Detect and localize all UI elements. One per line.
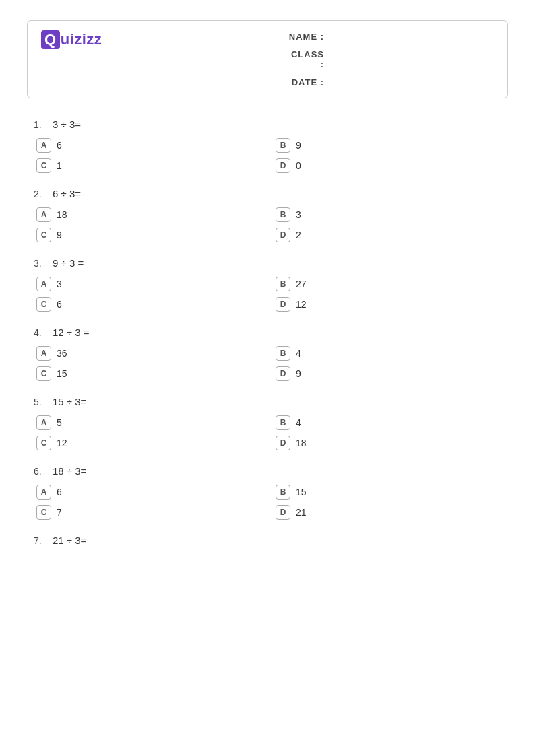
option-value-6-a: 6 xyxy=(57,487,62,497)
option-value-3-b: 27 xyxy=(296,279,307,289)
option-value-2-b: 3 xyxy=(296,209,301,220)
question-block-2: 2.6 ÷ 3=A18B3C9D2 xyxy=(27,188,508,242)
question-number-row-2: 2.6 ÷ 3= xyxy=(34,188,508,199)
question-text-7: 21 ÷ 3= xyxy=(53,535,86,546)
question-number-5: 5. xyxy=(34,397,47,407)
question-number-row-1: 1.3 ÷ 3= xyxy=(34,118,508,130)
option-4-a[interactable]: A36 xyxy=(36,346,269,361)
option-value-2-c: 9 xyxy=(57,230,62,240)
option-6-a[interactable]: A6 xyxy=(36,485,269,500)
question-block-5: 5.15 ÷ 3=A5B4C12D18 xyxy=(27,396,508,450)
field-row-class-field: CLASS : xyxy=(285,49,494,69)
option-value-3-d: 12 xyxy=(296,299,307,310)
option-value-6-d: 21 xyxy=(296,507,307,518)
question-block-3: 3.9 ÷ 3 =A3B27C6D12 xyxy=(27,257,508,312)
option-4-b[interactable]: B4 xyxy=(276,346,508,361)
option-value-4-a: 36 xyxy=(57,348,67,359)
question-block-6: 6.18 ÷ 3=A6B15C7D21 xyxy=(27,465,508,520)
option-2-a[interactable]: A18 xyxy=(36,207,269,222)
option-value-3-c: 6 xyxy=(57,299,62,310)
option-4-d[interactable]: D9 xyxy=(276,366,508,381)
option-letter-c: C xyxy=(36,228,51,242)
option-letter-d: D xyxy=(276,505,290,520)
option-3-d[interactable]: D12 xyxy=(276,297,508,312)
option-letter-a: A xyxy=(36,485,51,500)
question-number-2: 2. xyxy=(34,188,47,199)
option-5-d[interactable]: D18 xyxy=(276,436,508,450)
option-value-3-a: 3 xyxy=(57,279,62,289)
option-letter-a: A xyxy=(36,415,51,430)
option-2-c[interactable]: C9 xyxy=(36,228,269,242)
option-letter-a: A xyxy=(36,138,51,153)
option-value-2-a: 18 xyxy=(57,209,67,220)
option-value-5-d: 18 xyxy=(296,438,307,448)
option-letter-b: B xyxy=(276,415,290,430)
option-3-a[interactable]: A3 xyxy=(36,277,269,291)
field-label-date-field: DATE : xyxy=(285,77,324,88)
option-value-5-a: 5 xyxy=(57,417,62,428)
question-text-4: 12 ÷ 3 = xyxy=(53,327,90,338)
question-number-row-7: 7.21 ÷ 3= xyxy=(34,535,508,546)
question-number-4: 4. xyxy=(34,327,47,338)
header-left: Quizizz xyxy=(41,30,102,63)
option-letter-b: B xyxy=(276,138,290,153)
options-grid-5: A5B4C12D18 xyxy=(27,415,508,450)
option-value-4-c: 15 xyxy=(57,368,67,379)
options-grid-3: A3B27C6D12 xyxy=(27,277,508,312)
option-6-c[interactable]: C7 xyxy=(36,505,269,520)
option-letter-d: D xyxy=(276,158,290,173)
option-5-c[interactable]: C12 xyxy=(36,436,269,450)
question-number-row-4: 4.12 ÷ 3 = xyxy=(34,327,508,338)
question-text-6: 18 ÷ 3= xyxy=(53,465,86,477)
options-grid-6: A6B15C7D21 xyxy=(27,485,508,520)
question-text-5: 15 ÷ 3= xyxy=(53,396,86,407)
option-3-b[interactable]: B27 xyxy=(276,277,508,291)
option-1-a[interactable]: A6 xyxy=(36,138,269,153)
option-2-d[interactable]: D2 xyxy=(276,228,508,242)
option-1-c[interactable]: C1 xyxy=(36,158,269,173)
header-right: NAME :CLASS :DATE : xyxy=(285,30,494,88)
field-label-name-field: NAME : xyxy=(285,32,324,42)
option-1-d[interactable]: D0 xyxy=(276,158,508,173)
option-letter-b: B xyxy=(276,485,290,500)
question-number-row-3: 3.9 ÷ 3 = xyxy=(34,257,508,269)
option-letter-d: D xyxy=(276,366,290,381)
class-field[interactable] xyxy=(328,53,494,65)
option-4-c[interactable]: C15 xyxy=(36,366,269,381)
date-field[interactable] xyxy=(328,76,494,88)
option-letter-d: D xyxy=(276,297,290,312)
option-letter-c: C xyxy=(36,366,51,381)
option-value-1-c: 1 xyxy=(57,160,62,171)
option-value-1-b: 9 xyxy=(296,140,301,151)
option-value-5-c: 12 xyxy=(57,438,67,448)
options-grid-4: A36B4C15D9 xyxy=(27,346,508,381)
option-value-6-b: 15 xyxy=(296,487,307,497)
option-letter-c: C xyxy=(36,436,51,450)
option-6-b[interactable]: B15 xyxy=(276,485,508,500)
option-5-a[interactable]: A5 xyxy=(36,415,269,430)
options-grid-1: A6B9C1D0 xyxy=(27,138,508,173)
field-row-date-field: DATE : xyxy=(285,76,494,88)
option-3-c[interactable]: C6 xyxy=(36,297,269,312)
option-letter-c: C xyxy=(36,158,51,173)
option-value-6-c: 7 xyxy=(57,507,62,518)
question-block-1: 1.3 ÷ 3=A6B9C1D0 xyxy=(27,118,508,173)
option-value-5-b: 4 xyxy=(296,417,301,428)
question-number-row-5: 5.15 ÷ 3= xyxy=(34,396,508,407)
question-number-1: 1. xyxy=(34,119,47,130)
option-letter-b: B xyxy=(276,207,290,222)
option-letter-d: D xyxy=(276,436,290,450)
option-letter-b: B xyxy=(276,346,290,361)
option-2-b[interactable]: B3 xyxy=(276,207,508,222)
option-5-b[interactable]: B4 xyxy=(276,415,508,430)
option-letter-a: A xyxy=(36,346,51,361)
option-1-b[interactable]: B9 xyxy=(276,138,508,153)
option-6-d[interactable]: D21 xyxy=(276,505,508,520)
option-value-1-a: 6 xyxy=(57,140,62,151)
questions-container: 1.3 ÷ 3=A6B9C1D02.6 ÷ 3=A18B3C9D23.9 ÷ 3… xyxy=(27,118,508,546)
option-value-2-d: 2 xyxy=(296,230,301,240)
question-block-4: 4.12 ÷ 3 =A36B4C15D9 xyxy=(27,327,508,381)
name-field[interactable] xyxy=(328,30,494,42)
question-text-3: 9 ÷ 3 = xyxy=(53,257,84,269)
question-number-7: 7. xyxy=(34,535,47,546)
